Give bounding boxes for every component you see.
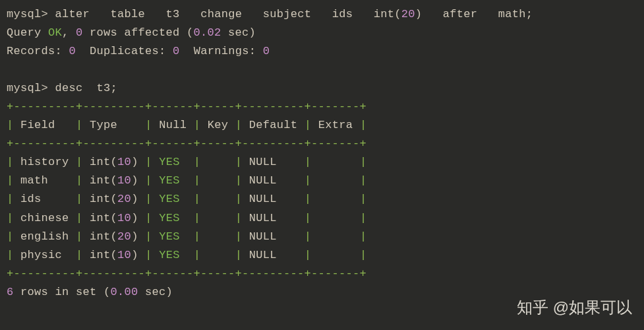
sql-command-2: desc t3;	[48, 82, 117, 94]
col-field: Field	[20, 119, 55, 131]
cell-null: YES	[159, 156, 187, 168]
cell-type: int(10)	[90, 212, 138, 224]
cell-extra	[318, 156, 353, 168]
cell-field: english	[20, 230, 69, 243]
cell-default: NULL	[249, 212, 298, 224]
cell-field: math	[20, 174, 69, 187]
cell-type: int(10)	[90, 249, 138, 261]
cell-default: NULL	[249, 249, 298, 261]
query-result-line: Query OK, 0 rows affected (0.02 sec)	[7, 24, 637, 42]
sql-command-1: alter table t3 change subject ids int(20…	[48, 8, 533, 20]
blank-line	[7, 61, 637, 79]
cell-extra	[318, 174, 353, 187]
cell-extra	[318, 249, 353, 261]
table-row: | english | int(20) | YES | | NULL | |	[7, 228, 637, 246]
cell-type: int(10)	[90, 156, 138, 168]
cell-extra	[318, 193, 353, 205]
cell-null: YES	[159, 212, 187, 224]
table-border-top: +---------+---------+------+-----+------…	[7, 98, 637, 116]
ok-status: OK	[48, 26, 62, 39]
cell-extra	[318, 230, 353, 243]
cell-key	[208, 230, 229, 243]
cell-type: int(20)	[90, 193, 138, 205]
cell-type: int(10)	[90, 174, 138, 187]
cell-extra	[318, 212, 353, 224]
records-summary-line: Records: 0 Duplicates: 0 Warnings: 0	[7, 42, 637, 61]
mysql-prompt: mysql>	[7, 82, 48, 94]
table-header-row: | Field | Type | Null | Key | Default | …	[7, 116, 637, 135]
table-border-bottom: +---------+---------+------+-----+------…	[7, 265, 637, 283]
table-row: | math | int(10) | YES | | NULL | |	[7, 172, 637, 190]
col-key: Key	[208, 119, 229, 131]
cell-null: YES	[159, 230, 187, 243]
table-row: | physic | int(10) | YES | | NULL | |	[7, 246, 637, 265]
mysql-prompt: mysql>	[7, 8, 48, 20]
cell-field: physic	[20, 249, 69, 261]
cell-null: YES	[159, 174, 187, 187]
cell-default: NULL	[249, 156, 298, 168]
cell-null: YES	[159, 249, 187, 261]
table-border-mid: +---------+---------+------+-----+------…	[7, 135, 637, 153]
table-body: | history | int(10) | YES | | NULL | || …	[7, 153, 637, 264]
cell-key	[208, 193, 229, 205]
table-row: | history | int(10) | YES | | NULL | |	[7, 153, 637, 172]
col-extra: Extra	[318, 119, 353, 131]
col-null: Null	[159, 119, 187, 131]
cell-key	[208, 156, 229, 168]
cell-field: history	[20, 156, 69, 168]
cell-field: chinese	[20, 212, 69, 224]
cell-default: NULL	[249, 230, 298, 243]
col-type: Type	[90, 119, 117, 131]
command-line-2: mysql> desc t3;	[7, 79, 637, 98]
table-row: | chinese | int(10) | YES | | NULL | |	[7, 209, 637, 228]
col-default: Default	[249, 119, 298, 131]
command-line-1: mysql> alter table t3 change subject ids…	[7, 5, 637, 24]
table-row: | ids | int(20) | YES | | NULL | |	[7, 190, 637, 209]
cell-default: NULL	[249, 174, 298, 187]
watermark: 知乎 @如果可以	[517, 294, 632, 321]
cell-default: NULL	[249, 193, 298, 205]
cell-null: YES	[159, 193, 187, 205]
cell-key	[208, 249, 229, 261]
cell-key	[208, 212, 229, 224]
cell-key	[208, 174, 229, 187]
cell-field: ids	[20, 193, 69, 205]
cell-type: int(20)	[90, 230, 138, 243]
